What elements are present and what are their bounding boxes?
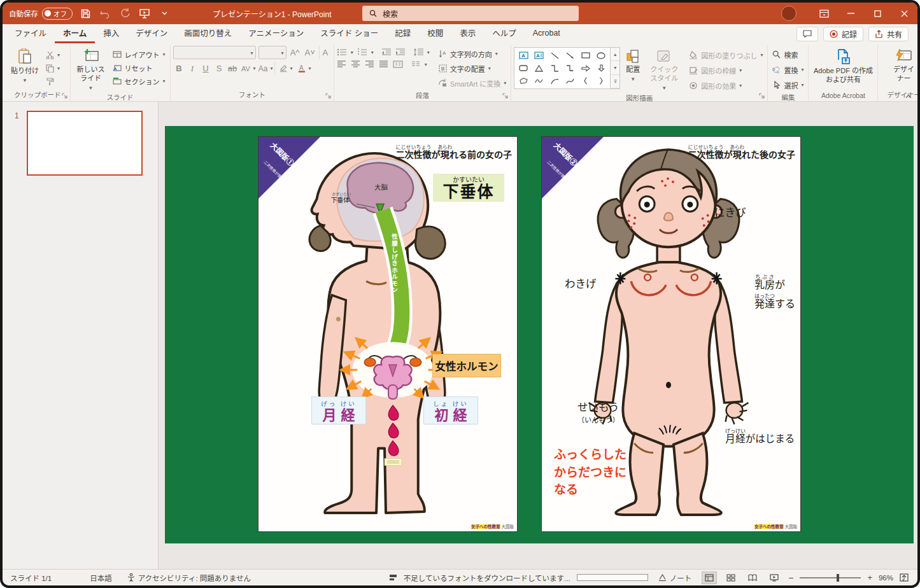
slide-sorter-view-button[interactable] [723,571,739,584]
decrease-indent-icon[interactable] [381,48,392,56]
notes-button[interactable]: ノート [655,573,696,583]
save-icon[interactable] [78,6,92,20]
adobe-pdf-button[interactable]: Adobe PDF の作成および共有 [811,46,875,85]
slide-indicator[interactable]: スライド 1/1 [9,573,59,583]
shape-effects-button[interactable]: 図形の効果▾ [687,79,765,92]
bullets-icon[interactable] [337,48,347,56]
distribute-icon[interactable] [393,60,403,68]
zoom-in-button[interactable]: + [867,573,872,582]
reset-button[interactable]: リセット [111,61,167,74]
zoom-level[interactable]: 96% [879,574,893,582]
justify-icon[interactable] [379,60,388,68]
slide-thumbnail[interactable] [27,111,143,176]
shadow-button[interactable]: S [213,62,225,75]
minimize-button[interactable] [837,3,864,24]
section-button[interactable]: セクション▾ [111,74,167,88]
clear-formatting-button[interactable]: A [319,46,331,59]
arrange-button[interactable]: 配置▼ [622,46,644,83]
reading-view-button[interactable] [745,571,760,584]
strikethrough-button[interactable]: ab [227,62,239,75]
tab-animations[interactable]: アニメーション [240,24,312,43]
line-spacing-icon[interactable] [413,48,423,56]
text-direction-button[interactable]: A文字列の方向▾ [437,47,508,60]
align-left-icon[interactable] [337,60,346,68]
align-right-icon[interactable] [365,60,374,68]
gallery-down-button[interactable]: ▼ [611,61,619,74]
slideshow-view-button[interactable] [767,571,782,584]
normal-view-button[interactable] [702,571,717,584]
redo-icon[interactable] [118,6,132,20]
new-slide-button[interactable]: 新しいスライド▼ [73,46,109,92]
italic-button[interactable]: I [187,62,199,75]
autosave-toggle[interactable]: 自動保存 オフ [9,8,73,20]
increase-indent-icon[interactable] [395,48,406,56]
tab-acrobat[interactable]: Acrobat [525,24,569,43]
find-button[interactable]: 検索 [770,48,805,61]
columns-icon[interactable] [411,60,420,68]
search-box[interactable]: 検索 [362,6,579,21]
tab-home[interactable]: ホーム [55,24,95,43]
ribbon-display-options-icon[interactable] [810,3,837,24]
highlight-pen-button[interactable] [274,62,289,75]
layout-button[interactable]: レイアウト▾ [111,48,167,61]
align-text-button[interactable]: 文字の配置▾ [437,62,508,75]
fit-to-window-icon[interactable] [900,573,909,582]
zoom-slider[interactable] [800,577,861,578]
undo-icon[interactable] [98,6,112,20]
select-button[interactable]: 選択▾ [770,78,805,92]
gallery-up-button[interactable]: ▲ [611,48,619,61]
font-dialog-launcher[interactable] [325,93,332,99]
comments-button[interactable] [796,27,818,41]
record-button[interactable]: 記録 [823,27,863,41]
clipboard-dialog-launcher[interactable] [62,93,68,99]
smartart-button[interactable]: SmartArt に変換▾ [437,76,508,90]
tab-help[interactable]: ヘルプ [484,24,525,43]
designer-button[interactable]: デザイナー [889,46,919,83]
tab-file[interactable]: ファイル [6,24,55,43]
poster-before-puberty[interactable]: 大図版① 二次性徴が現れる前の女の子 二次性徴にじせいちょうが現あらわれる前の女… [258,136,518,532]
close-button[interactable] [891,3,917,24]
character-spacing-button[interactable]: AV [240,62,252,75]
zoom-slider-thumb[interactable] [837,574,839,582]
collapse-ribbon-icon[interactable] [905,94,912,99]
font-name-combo[interactable]: ▾ [173,46,256,59]
paragraph-dialog-launcher[interactable] [502,93,509,99]
underline-button[interactable]: U [200,62,212,75]
maximize-button[interactable] [864,3,891,24]
format-painter-button[interactable] [44,75,62,88]
display-settings-icon[interactable] [389,574,397,581]
replace-button[interactable]: bc置換▾ [770,63,805,76]
zoom-out-button[interactable]: − [788,573,793,583]
quick-styles-button[interactable]: クイック スタイル▼ [646,46,683,92]
grow-font-button[interactable]: A^ [289,46,301,59]
tab-slideshow[interactable]: スライド ショー [312,24,386,43]
tab-view[interactable]: 表示 [451,24,484,43]
shape-outline-button[interactable]: 図形の枠線▾ [687,64,765,77]
tab-insert[interactable]: 挿入 [95,24,127,43]
tab-design[interactable]: デザイン [127,24,176,43]
shrink-font-button[interactable]: A˅ [304,46,316,59]
start-slideshow-icon[interactable] [138,6,152,20]
bold-button[interactable]: B [173,62,185,75]
poster-after-puberty[interactable]: 大図版② 二次性徴が現れた後の女子 二次性徴にじせいちょうが現あらわれた後の女子 [541,136,801,532]
copy-button[interactable]: ▾ [44,62,62,75]
quick-access-chevron-icon[interactable] [157,6,171,20]
language-indicator[interactable]: 日本語 [82,573,120,583]
tab-transitions[interactable]: 画面切り替え [176,24,240,43]
font-size-combo[interactable]: ▾ [258,46,287,59]
accessibility-indicator[interactable]: アクセシビリティ: 問題ありません [120,573,258,583]
tab-record[interactable]: 記録 [386,24,419,43]
cut-button[interactable]: ▾ [44,48,62,62]
gallery-more-button[interactable]: ⊽ [611,75,619,88]
slide[interactable]: 大図版① 二次性徴が現れる前の女の子 二次性徴にじせいちょうが現あらわれる前の女… [165,126,914,543]
font-color-button[interactable]: A [294,62,308,75]
change-case-button[interactable]: Aa [257,62,269,75]
tab-review[interactable]: 校閲 [419,24,451,43]
paste-button[interactable]: 貼り付け▼ [8,46,42,84]
shape-gallery[interactable]: A A [514,47,611,89]
drawing-dialog-launcher[interactable] [759,93,765,99]
share-button[interactable]: 共有 [868,27,909,41]
avatar[interactable] [781,6,796,21]
numbering-icon[interactable] [357,48,367,56]
align-center-icon[interactable] [351,60,360,68]
